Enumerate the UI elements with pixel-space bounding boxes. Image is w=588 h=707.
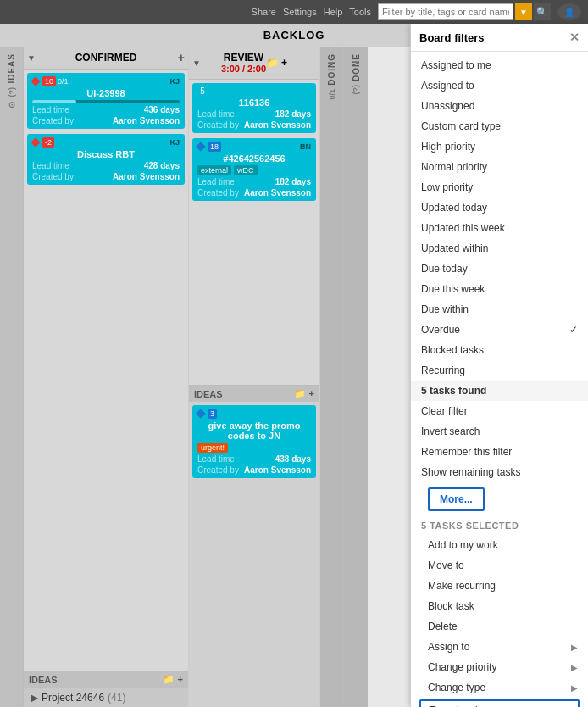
section-divider-2: IDEAS 📁 + (189, 385, 319, 402)
doing-bottom-area: 3 give away the promo codes to JN urgent… (189, 402, 319, 707)
done-label: DONE (352, 53, 361, 81)
tag-wdc: wDC (234, 165, 258, 175)
badge-red: 10 (42, 76, 56, 86)
action-change-priority[interactable]: Change priority ▶ (411, 657, 588, 677)
ideas-column-top[interactable]: IDEAS (?) ⊙ (0, 47, 24, 707)
filter-updated-today[interactable]: Updated today (411, 198, 588, 218)
filter-list: Assigned to me Assigned to Unassigned Cu… (411, 52, 588, 707)
action-assign-to[interactable]: Assign to ▶ (411, 637, 588, 657)
folder-icon-2: 📁 (294, 388, 306, 399)
search-button[interactable]: 🔍 (534, 3, 551, 20)
card-badges-r2: 18 (197, 142, 221, 152)
doing-count: 0/1 (328, 89, 336, 100)
card-title-r1: 116136 (197, 97, 311, 108)
card-lead-time-r2: Lead time 182 days (197, 177, 311, 186)
panel-header: Board filters ✕ (411, 24, 588, 52)
action-delete[interactable]: Delete (411, 616, 588, 637)
section-icons: 📁 + (163, 674, 183, 685)
filter-button[interactable]: ▼ (515, 3, 532, 20)
badge-neg-r1: -5 (197, 86, 205, 96)
review-body: -5 116136 Lead time 182 days Created by … (189, 80, 319, 385)
card-badges-r1: -5 (197, 86, 205, 96)
filter-updated-this-week[interactable]: Updated this week (411, 218, 588, 238)
action-remember-filter[interactable]: Remember this filter (411, 442, 588, 462)
filter-overdue[interactable]: Overdue (411, 320, 588, 340)
filter-recurring[interactable]: Recurring (411, 360, 588, 381)
card-assignee-2: KJ (169, 138, 180, 147)
card-badges: 10 0/1 (32, 76, 69, 86)
more-button[interactable]: More... (428, 487, 485, 511)
badge-count: 0/1 (58, 77, 69, 86)
help-link[interactable]: Help (324, 7, 343, 17)
review-column: ▼ REVIEW 3:00 / 2:00 📁 + (189, 47, 320, 707)
settings-link[interactable]: Settings (283, 7, 317, 17)
filter-assigned-me[interactable]: Assigned to me (411, 55, 588, 75)
user-avatar[interactable]: 👤 (557, 3, 581, 20)
more-button-container: More... (411, 482, 588, 516)
card-assignee-r2: BN (300, 142, 311, 151)
review-expand-arrow[interactable]: ▼ (192, 58, 201, 68)
folder-icon-review: 📁 (266, 57, 279, 69)
search-input[interactable] (378, 3, 513, 20)
review-header-icons: 📁 + (266, 57, 287, 69)
card-lead-time-2: Lead time 428 days (32, 161, 180, 170)
action-invert-search[interactable]: Invert search (411, 421, 588, 442)
section-icons-2: 📁 + (294, 388, 314, 399)
filter-custom-card-type[interactable]: Custom card type (411, 116, 588, 136)
add-btn-review[interactable]: + (281, 57, 287, 69)
filter-blocked-tasks[interactable]: Blocked tasks (411, 340, 588, 360)
card-title-d1: give away the promo codes to JN (197, 420, 311, 441)
card-title: UI-23998 (32, 88, 180, 98)
filter-unassigned[interactable]: Unassigned (411, 96, 588, 116)
action-make-recurring[interactable]: Make recurring (411, 576, 588, 596)
share-link[interactable]: Share (252, 7, 276, 17)
ideas-count: (?) (8, 87, 16, 97)
card-created-by: Created by Aaron Svensson (32, 116, 180, 125)
review-header: ▼ REVIEW 3:00 / 2:00 📁 + (189, 47, 319, 80)
filter-normal-priority[interactable]: Normal priority (411, 157, 588, 177)
action-show-remaining[interactable]: Show remaining tasks (411, 462, 588, 482)
top-bar: Share Settings Help Tools ▼ 🔍 👤 (0, 0, 588, 24)
filter-updated-within[interactable]: Updated within (411, 238, 588, 259)
action-clear-filter[interactable]: Clear filter (411, 401, 588, 421)
tasks-selected-label: 5 TASKS SELECTED (411, 516, 588, 535)
filter-assigned-to[interactable]: Assigned to (411, 75, 588, 96)
filter-high-priority[interactable]: High priority (411, 136, 588, 157)
action-block-task[interactable]: Block task (411, 596, 588, 616)
action-change-type[interactable]: Change type ▶ (411, 677, 588, 698)
doing-column[interactable]: DOING 0/1 (320, 47, 344, 707)
card-created-by-2: Created by Aaron Svensson (32, 172, 180, 181)
project-row[interactable]: ▶ Project 24646 (41) (24, 688, 188, 707)
badge-blue-r2: 18 (208, 142, 221, 152)
card-42642562456[interactable]: 18 BN #42642562456 external wDC Lead tim… (192, 138, 316, 201)
filter-low-priority[interactable]: Low priority (411, 177, 588, 198)
confirmed-expand-arrow[interactable]: ▼ (27, 53, 36, 63)
tools-link[interactable]: Tools (349, 7, 371, 17)
ideas-section-label: IDEAS (29, 675, 58, 685)
done-column[interactable]: DONE (?) (344, 47, 368, 707)
card-lead-time-r1: Lead time 182 days (197, 109, 311, 119)
action-add-to-work[interactable]: Add to my work (411, 535, 588, 555)
card-discuss-rbt[interactable]: -2 KJ Discuss RBT Lead time 428 days Cre… (27, 134, 185, 185)
ideas-label: IDEAS (7, 53, 16, 84)
change-priority-arrow: ▶ (571, 663, 578, 672)
action-export-tasks[interactable]: Export tasks (419, 699, 580, 707)
card-created-by-r1: Created by Aaron Svensson (197, 120, 311, 130)
card-promo[interactable]: 3 give away the promo codes to JN urgent… (192, 405, 316, 478)
action-move-to[interactable]: Move to (411, 555, 588, 576)
confirmed-column: ▼ CONFIRMED + 10 0/1 KJ (24, 47, 189, 707)
add-icon-2[interactable]: + (309, 388, 314, 399)
card-created-by-d1: Created by Aaron Svensson (197, 465, 311, 475)
project-count: (41) (108, 692, 125, 704)
panel-close-button[interactable]: ✕ (569, 31, 580, 44)
card-116136[interactable]: -5 116136 Lead time 182 days Created by … (192, 83, 316, 133)
filter-due-within[interactable]: Due within (411, 299, 588, 320)
add-icon[interactable]: + (178, 674, 183, 685)
confirmed-add-button[interactable]: + (178, 51, 185, 64)
filter-due-this-week[interactable]: Due this week (411, 279, 588, 299)
card-title-r2: #42642562456 (197, 153, 311, 164)
tag-urgent: urgent! (197, 443, 228, 453)
filter-due-today[interactable]: Due today (411, 259, 588, 279)
project-label: Project 24646 (42, 692, 104, 704)
card-ui23998[interactable]: 10 0/1 KJ UI-23998 Lead time 436 days (27, 73, 185, 129)
